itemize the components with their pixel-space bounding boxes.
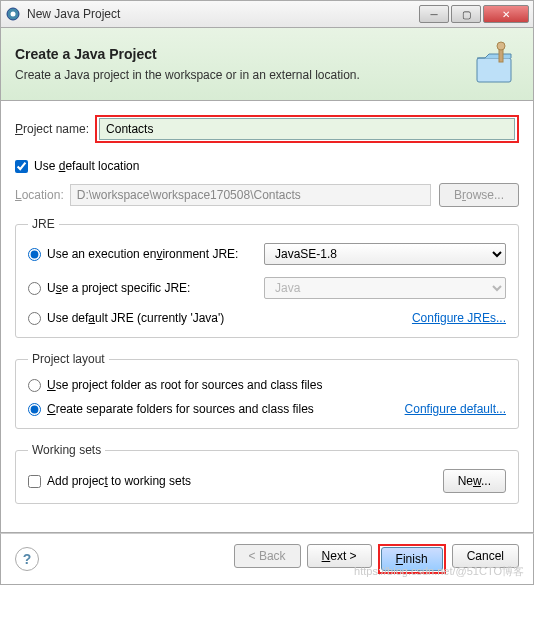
layout-root-radio[interactable] [28,379,41,392]
use-default-location-label: Use default location [34,159,139,173]
help-button[interactable]: ? [15,547,39,571]
close-button[interactable]: ✕ [483,5,529,23]
working-sets-checkbox[interactable] [28,475,41,488]
layout-separate-label: Create separate folders for sources and … [47,402,405,416]
use-default-location-checkbox[interactable] [15,160,28,173]
jre-exec-env-radio[interactable] [28,248,41,261]
folder-wizard-icon [471,40,519,88]
jre-exec-env-select[interactable]: JavaSE-1.8 [264,243,506,265]
layout-legend: Project layout [28,352,109,366]
working-sets-fieldset: Working sets Add project to working sets… [15,443,519,504]
location-label: Location: [15,188,64,202]
new-working-set-button[interactable]: New... [443,469,506,493]
jre-exec-env-label: Use an execution environment JRE: [47,247,238,261]
jre-default-radio[interactable] [28,312,41,325]
banner: Create a Java Project Create a Java proj… [0,28,534,101]
configure-default-link[interactable]: Configure default... [405,402,506,416]
project-name-input[interactable] [99,118,515,140]
app-icon [5,6,21,22]
back-button: < Back [234,544,301,568]
content-area: Project name: Use default location Locat… [0,101,534,533]
working-sets-legend: Working sets [28,443,105,457]
banner-title: Create a Java Project [15,46,471,62]
layout-fieldset: Project layout Use project folder as roo… [15,352,519,429]
maximize-button[interactable]: ▢ [451,5,481,23]
jre-legend: JRE [28,217,59,231]
svg-point-1 [11,12,16,17]
jre-default-label: Use default JRE (currently 'Java') [47,311,224,325]
svg-point-4 [497,42,505,50]
project-name-label: Project name: [15,122,89,136]
configure-jres-link[interactable]: Configure JREs... [412,311,506,325]
layout-separate-radio[interactable] [28,403,41,416]
browse-button: Browse... [439,183,519,207]
jre-specific-select: Java [264,277,506,299]
jre-specific-radio[interactable] [28,282,41,295]
jre-fieldset: JRE Use an execution environment JRE: Ja… [15,217,519,338]
layout-root-label: Use project folder as root for sources a… [47,378,322,392]
minimize-button[interactable]: ─ [419,5,449,23]
svg-rect-2 [477,58,511,82]
working-sets-label: Add project to working sets [47,474,443,488]
titlebar: New Java Project ─ ▢ ✕ [0,0,534,28]
window-title: New Java Project [27,7,419,21]
jre-specific-label: Use a project specific JRE: [47,281,190,295]
watermark: https://blog.csdn.net/@51CTO博客 [354,564,524,579]
banner-desc: Create a Java project in the workspace o… [15,68,471,82]
location-input [70,184,431,206]
